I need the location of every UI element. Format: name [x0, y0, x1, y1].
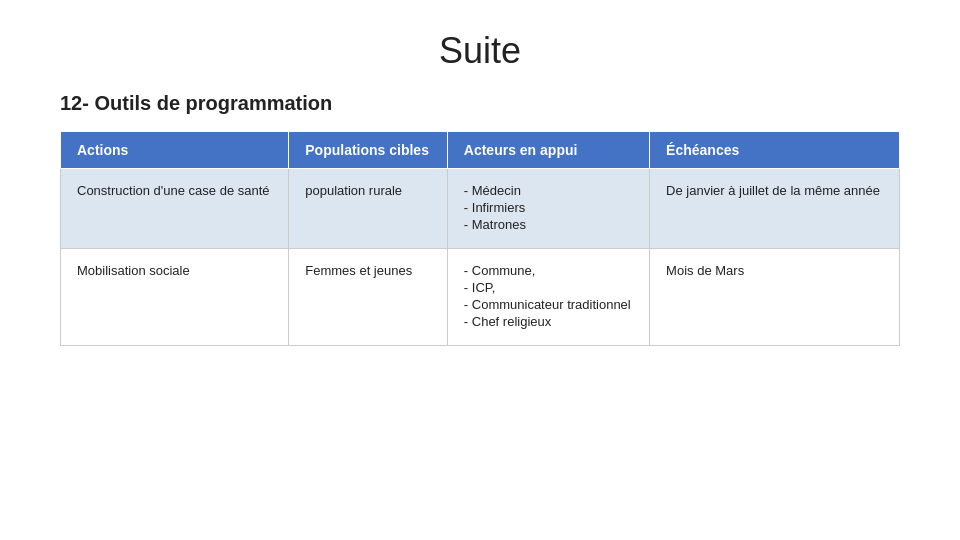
cell-action: Mobilisation sociale	[61, 249, 289, 346]
table-container: Actions Populations cibles Acteurs en ap…	[60, 131, 900, 346]
cell-acteurs: Commune,ICP,Communicateur traditionnelCh…	[447, 249, 649, 346]
data-table: Actions Populations cibles Acteurs en ap…	[60, 131, 900, 346]
table-row: Construction d'une case de santépopulati…	[61, 169, 900, 249]
cell-population: Femmes et jeunes	[289, 249, 448, 346]
acteur-item: Infirmiers	[464, 200, 633, 215]
cell-acteurs: MédecinInfirmiersMatrones	[447, 169, 649, 249]
header-echeances: Échéances	[650, 132, 900, 169]
cell-population: population rurale	[289, 169, 448, 249]
cell-echeances: Mois de Mars	[650, 249, 900, 346]
section-title: 12- Outils de programmation	[60, 92, 900, 115]
header-actions: Actions	[61, 132, 289, 169]
header-populations: Populations cibles	[289, 132, 448, 169]
acteur-item: Communicateur traditionnel	[464, 297, 633, 312]
cell-echeances: De janvier à juillet de la même année	[650, 169, 900, 249]
acteur-item: ICP,	[464, 280, 633, 295]
cell-action: Construction d'une case de santé	[61, 169, 289, 249]
acteur-item: Matrones	[464, 217, 633, 232]
page: Suite 12- Outils de programmation Action…	[0, 0, 960, 540]
acteur-item: Commune,	[464, 263, 633, 278]
page-title: Suite	[60, 30, 900, 72]
acteur-item: Chef religieux	[464, 314, 633, 329]
header-acteurs: Acteurs en appui	[447, 132, 649, 169]
table-header-row: Actions Populations cibles Acteurs en ap…	[61, 132, 900, 169]
table-row: Mobilisation socialeFemmes et jeunesComm…	[61, 249, 900, 346]
acteur-item: Médecin	[464, 183, 633, 198]
